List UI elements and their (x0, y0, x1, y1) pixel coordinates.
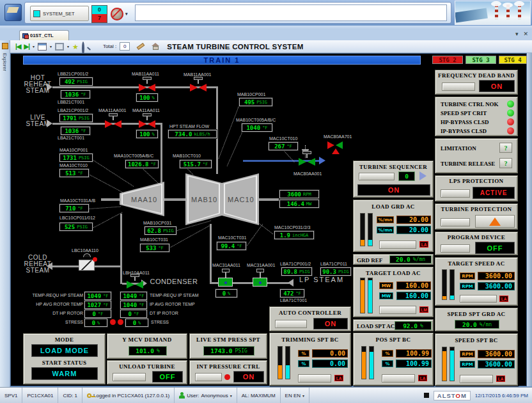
stg3-button[interactable]: STG 3 (465, 56, 496, 64)
target-speed-bc-value: 3600.00 (478, 282, 515, 290)
hp-bypass-clsd-lamp (507, 118, 514, 125)
grd-ref-panel: GRD REF 20.0%/mn (353, 254, 434, 265)
system-set-button[interactable]: SYSTEM_SET (30, 6, 89, 21)
turbine-protection-button[interactable] (441, 218, 470, 226)
temp-row-label: DT HP ROTOR (22, 311, 83, 315)
language-menu[interactable]: EN EN ▾ (281, 388, 309, 403)
lp-steam-label: LP STEAM (296, 276, 347, 283)
temp-value: 1027°F (84, 301, 111, 309)
valve-MAC80AA701[interactable] (327, 140, 345, 154)
cyan-swatch-icon (33, 10, 40, 17)
lps-protection-button[interactable] (441, 189, 470, 198)
program-device-state: OFF (475, 242, 515, 254)
status-login: Logged in PC1CXA01 (127.0.0.1) (82, 388, 175, 403)
sensor-value: 1040°F (242, 123, 272, 132)
stg2-button[interactable]: STG 2 (432, 56, 463, 64)
valve-LBC10AA110[interactable] (79, 253, 98, 273)
valve-MAA11AA001[interactable] (105, 113, 121, 128)
user-menu[interactable]: User: Anonymous ▾ (175, 388, 237, 403)
picture-select-icon[interactable] (38, 43, 47, 51)
unit-badge: RPM (460, 361, 475, 368)
sensor-tag: MAC10CT031 (218, 235, 246, 240)
horn-mute-icon (111, 8, 123, 20)
int-pressure-button[interactable] (195, 373, 222, 381)
speed-readout: 3600RPM (279, 190, 319, 198)
monitor-icon[interactable] (55, 43, 64, 51)
app-icon[interactable] (4, 4, 22, 21)
horn-mute-button[interactable]: ▾ (111, 6, 132, 22)
tab-01st-ctl[interactable]: 01ST_CTL (19, 30, 69, 40)
load-grd-button[interactable] (379, 241, 416, 249)
unload-turbine-button[interactable] (113, 373, 146, 381)
brush-icon[interactable] (137, 43, 145, 50)
target-speed-bar-bc (450, 269, 455, 300)
temp-value: 0% (84, 319, 107, 327)
home-icon[interactable] (152, 43, 160, 50)
auto-controller-button[interactable] (275, 320, 307, 328)
sensor-tag: MAC10CP031/2/3 (274, 225, 310, 230)
target-load-bar-ac (360, 278, 365, 313)
speed-button[interactable] (460, 375, 493, 383)
valve-MAB11AA011[interactable] (139, 77, 155, 91)
explorer-strip[interactable]: Explorer (0, 40, 10, 387)
dropdown-arrow-icon: ▾ (125, 12, 128, 17)
lps-protection-panel: LPS PROTECTION ACTIVE (435, 175, 518, 201)
alarm-counter[interactable]: 0 7 (91, 5, 107, 23)
limitation-query-button[interactable]: ? (499, 143, 512, 153)
turbine-protection-trip-button[interactable] (475, 215, 515, 228)
sensor-tag: MAA10CT031A/B (60, 198, 95, 203)
forward-button-icon[interactable]: ▶| (24, 43, 30, 50)
program-device-button[interactable] (441, 244, 470, 253)
unit-badge: RPM (460, 283, 475, 290)
sequencer-advance-icon[interactable] (419, 171, 426, 180)
turbine-release-query-button[interactable]: ? (499, 158, 512, 168)
shaft-segment (101, 198, 121, 201)
live-stm-press-spt-panel: LIVE STM PRESS SPT 1743.0PSIG (189, 333, 267, 359)
alarm-level: AL: MAXIMUM (237, 388, 281, 403)
total-value-box[interactable]: 0 (120, 42, 130, 51)
favorites-star-icon[interactable]: ★ (72, 43, 79, 51)
monitor-dropdown-icon[interactable]: ▾ (67, 44, 69, 49)
sensor-tag: MAA11AA001 (98, 108, 126, 113)
pos-bar-bc (369, 346, 374, 379)
stg4-button[interactable]: STG 4 (499, 56, 527, 64)
panel-title: MODE (24, 336, 105, 343)
nav-dropdown-icon[interactable]: ▾ (33, 44, 35, 49)
frequency-dead-band-panel: FREQUENCY DEAD BAND ON (435, 70, 518, 95)
sensor-value: 533°F (140, 244, 169, 252)
lang-dropdown-icon: ▾ (302, 393, 304, 398)
valve-MAC31AA011[interactable] (218, 269, 233, 288)
back-button-icon[interactable]: |◀ (15, 43, 21, 50)
pane-close-button[interactable]: ✕ (523, 31, 528, 37)
valve-MAC31AA001[interactable] (253, 269, 268, 288)
picture-dropdown-icon[interactable]: ▾ (50, 44, 52, 49)
trimming-button[interactable] (298, 374, 331, 383)
start-status-state: WARM (31, 367, 98, 380)
speed-grd-value: 20.0%/mn (455, 320, 499, 329)
sensor-value: 62.8PSIG (145, 226, 176, 235)
valve-MAB11AA001[interactable] (190, 77, 207, 91)
panel-title: LPS PROTECTION (435, 178, 517, 184)
freq-dead-band-button[interactable] (442, 83, 475, 91)
temp-value: 0% (125, 319, 148, 327)
tab-row: 01ST_CTL ▾ ✕ (0, 29, 532, 40)
sequencer-button[interactable] (359, 173, 395, 180)
panel-title: FREQUENCY DEAD BAND (435, 72, 517, 79)
address-input[interactable] (135, 4, 447, 21)
valve-LBH10AA011[interactable] (127, 274, 143, 288)
target-load-button[interactable] (379, 306, 416, 314)
temp-value: 1049°F (84, 292, 111, 300)
pos-button[interactable] (382, 374, 415, 383)
target-speed-button[interactable] (460, 295, 497, 303)
valve-MAC80AA001[interactable] (299, 151, 315, 166)
sensor-tag: LBC10CP011/012 (59, 216, 95, 220)
pane-minimize-button[interactable]: ▾ (515, 31, 519, 37)
panel-title: SPEED SPT GRD AC (435, 311, 517, 317)
explorer-icon (2, 43, 8, 49)
valve-MAA11AA011[interactable] (139, 113, 155, 128)
status-bar: SPV1 PC1CXA01 CID: 1 Logged in PC1CXA01 … (0, 387, 532, 403)
la-badge: LA (499, 296, 508, 302)
live-steam-label: LIVE STEAM (22, 115, 54, 127)
status-node: PC1CXA01 (22, 388, 58, 403)
temp-row-label: HP AVG ROTOR TEMP (22, 302, 83, 306)
